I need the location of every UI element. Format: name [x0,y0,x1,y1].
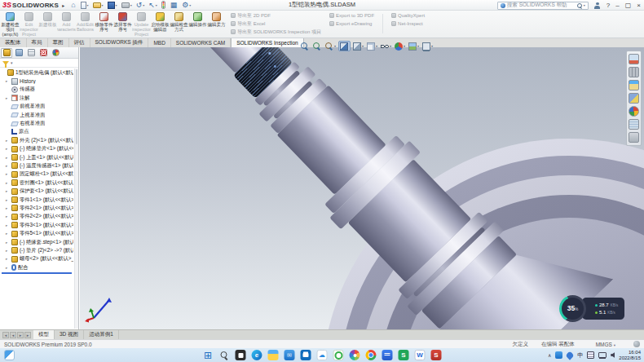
expand-arrow-icon[interactable]: ▸ [6,223,10,227]
command-tab[interactable]: 布局 [27,38,48,47]
forum-icon[interactable] [629,132,639,143]
displaymanager-tab[interactable] [50,48,61,58]
quick-access-button[interactable]: ▾ [108,2,117,9]
close-button[interactable]: × [637,2,641,9]
expand-arrow-icon[interactable]: ▸ [6,181,10,185]
custom-properties-icon[interactable] [629,119,639,130]
quick-access-button[interactable]: ↖ ▾ [148,2,157,9]
export-menu-item[interactable]: Export eDrawing [329,20,374,28]
docs-app-icon[interactable] [382,350,393,360]
ribbon-button[interactable]: Edit Inspection Project [20,11,38,38]
view-palette-icon[interactable] [629,93,639,104]
expand-arrow-icon[interactable]: ▸ [6,266,10,270]
edge-icon[interactable]: e [252,350,262,360]
widgets-button[interactable] [4,350,15,360]
search-box[interactable]: 搜索 SOLIDWORKS 帮助 ▾ [497,2,589,10]
restore-button[interactable]: ▢ [625,2,632,9]
login-icon[interactable] [594,2,601,9]
ribbon-button[interactable]: 编辑检查方式 [170,11,188,38]
help-button[interactable]: ? [607,2,610,9]
ribbon-button[interactable]: Add Characteristic [57,11,76,38]
wps-icon[interactable]: W [415,350,426,360]
model-tab[interactable]: 3D 视图 [55,330,84,339]
zoom-fit-icon[interactable] [300,41,311,51]
s-app-icon[interactable]: S [399,350,409,360]
tree-item[interactable]: 前视基准面 [0,103,73,111]
quick-access-button[interactable]: ↺ ▾ [136,2,145,9]
quick-tips-icon[interactable] [633,341,640,347]
store-icon[interactable] [301,350,311,360]
tree-item[interactable]: ▸ 零件1<1> (默认<<默认>_显示状态 [0,196,73,204]
browser-360-icon[interactable] [350,350,360,360]
tree-item[interactable]: ▸ 外壳 (2)<1> (默认<<默认>_显示状 [0,136,73,144]
expand-arrow-icon[interactable]: ▸ [6,189,10,193]
export-menu-item[interactable]: Net-Inspect [391,20,425,28]
green-app-icon[interactable] [333,350,344,360]
quick-access-button[interactable]: ▾ [81,2,89,9]
propertymanager-tab[interactable] [13,48,24,58]
chrome-icon[interactable] [366,350,377,360]
command-tab[interactable]: SOLIDWORKS 插件 [90,38,149,47]
command-tab[interactable]: SOLIDWORKS CAM [171,38,231,47]
zoom-area-icon[interactable] [312,41,323,51]
units-selector[interactable]: MMGS ▾ [596,342,615,347]
tree-item[interactable]: ▸ 注解 [0,94,73,102]
ribbon-button[interactable]: 编辑操作 [188,11,207,38]
search-dropdown-icon[interactable]: ▾ [584,3,585,7]
previous-view-icon[interactable]: ▾ [324,41,337,51]
expand-arrow-icon[interactable]: ▸ [6,232,10,236]
tree-item[interactable]: ▸ 保护套<1> (默认<<默认>_显示状 [0,187,73,195]
design-library-icon[interactable] [629,67,639,77]
tray-app-icon[interactable] [555,351,562,359]
configurationmanager-tab[interactable] [25,48,37,58]
file-explorer-icon[interactable] [629,80,639,90]
tree-item[interactable]: ▸ (-) 垫片 (2)<2> ->? (默认<<默认> [0,246,73,254]
network-speed-widget[interactable]: 28.7KB/s 5.1KB/s [582,298,624,320]
view-orientation-icon[interactable]: ▾ [352,41,364,51]
export-menu-item[interactable]: Export to 3D PDF [329,11,374,20]
ribbon-button[interactable]: Update Inspection Project [132,11,151,38]
display-style-icon[interactable]: ▾ [366,41,378,51]
tree-item[interactable]: 1型铠装热电偶 (默认<默认_显示状态-1 [0,68,73,77]
command-tab[interactable]: SOLIDWORKS Inspection [231,38,304,47]
quick-access-button[interactable]: ▾ [93,2,104,8]
appearances-icon[interactable] [629,106,639,117]
tree-item[interactable]: 上视基准面 [0,111,73,119]
task-view-button[interactable] [236,350,246,360]
tree-item[interactable]: 右视基准面 [0,119,73,127]
percent-badge[interactable]: 35% [559,295,586,322]
expand-arrow-icon[interactable]: ▸ [6,214,10,219]
mail-icon[interactable]: ✉ [285,350,295,360]
tree-item[interactable]: ▸ History [0,77,73,85]
command-tab[interactable]: 草图 [48,38,69,47]
expand-arrow-icon[interactable]: ▸ [6,249,10,253]
expand-arrow-icon[interactable]: ▸ [6,198,10,202]
expand-arrow-icon[interactable]: ▸ [6,206,10,210]
tree-item[interactable]: 原点 [0,128,73,136]
file-explorer-icon[interactable] [268,350,279,360]
quick-access-button[interactable]: ▦ [170,2,179,9]
tab-scroll-buttons[interactable]: ◂ ◂ ▸ ▸ [0,330,33,339]
display-tray-icon[interactable] [598,352,607,358]
export-menu-item[interactable]: 导出至 2D PDF [231,11,321,20]
expand-arrow-icon[interactable]: ▸ [6,156,10,160]
expand-arrow-icon[interactable]: ▸ [6,172,10,176]
scroll-first-icon[interactable]: ◂ [2,332,9,338]
view-settings-icon[interactable]: ▾ [421,41,434,51]
export-menu-item[interactable]: 导出至 Excel [231,20,321,28]
ribbon-button[interactable]: 选择零件序号 [113,11,132,38]
expand-arrow-icon[interactable]: ▸ [6,241,10,245]
location-pin-icon[interactable] [566,351,575,360]
scroll-last-icon[interactable]: ▸ [24,332,31,338]
ime-indicator[interactable]: 中 [577,351,583,360]
apply-scene-icon[interactable]: ▾ [408,41,420,51]
tree-item[interactable]: ▸ 零件2<2> (默认<<默认>_显示状 [0,213,73,221]
tree-item[interactable]: ▸ 螺母<2> (默认<<默认>_显示状态 [0,255,73,263]
quick-access-button[interactable] [161,1,166,9]
tree-item[interactable]: ▸ 零件3<1> (默认<<默认>_显示状 [0,221,73,229]
dimxpertmanager-tab[interactable] [37,48,49,58]
graphics-viewport[interactable] [80,47,644,329]
start-button[interactable]: ⊞ [203,350,214,360]
scroll-right-icon[interactable]: ▸ [17,332,24,338]
menu-flyout-icon[interactable]: ▸ [62,2,64,8]
